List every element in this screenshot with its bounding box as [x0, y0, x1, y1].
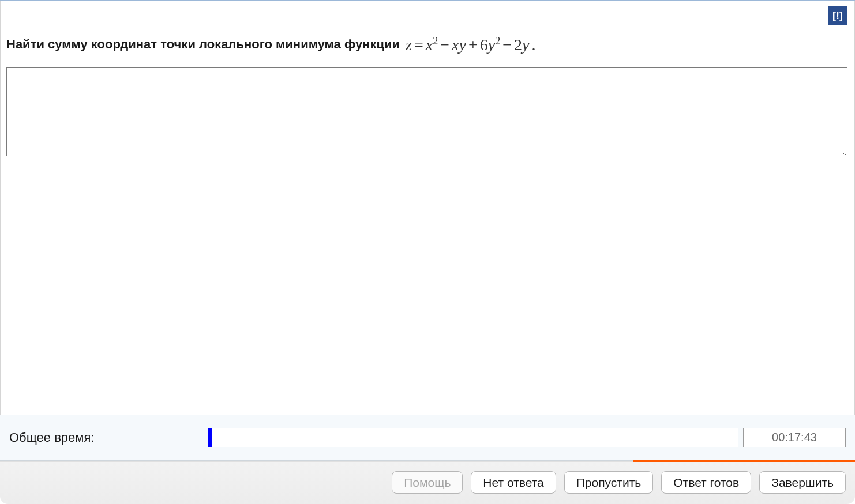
timer-bar: Общее время: 00:17:43	[0, 415, 855, 461]
accent-stripe	[633, 460, 855, 462]
button-row: Помощь Нет ответа Пропустить Ответ готов…	[9, 471, 846, 494]
question-panel: [!] Найти сумму координат точки локально…	[0, 1, 855, 415]
button-bar: Помощь Нет ответа Пропустить Ответ готов…	[0, 461, 855, 504]
no-answer-button[interactable]: Нет ответа	[471, 471, 556, 494]
question-prompt: Найти сумму координат точки локального м…	[6, 36, 400, 54]
timer-progress-track	[208, 428, 738, 447]
answer-input[interactable]	[6, 67, 847, 156]
alert-icon[interactable]: [!]	[828, 6, 847, 25]
question-row: Найти сумму координат точки локального м…	[6, 33, 849, 56]
question-formula: z=x2−xy+6y2−2y.	[406, 33, 538, 56]
alert-icon-label: [!]	[832, 10, 843, 22]
timer-label: Общее время:	[9, 430, 194, 445]
finish-button[interactable]: Завершить	[759, 471, 846, 494]
timer-progress-wrap: 00:17:43	[208, 428, 846, 447]
timer-progress-fill	[208, 428, 212, 447]
timer-readout: 00:17:43	[743, 428, 846, 447]
answer-ready-button[interactable]: Ответ готов	[661, 471, 751, 494]
help-button[interactable]: Помощь	[392, 471, 463, 494]
skip-button[interactable]: Пропустить	[564, 471, 654, 494]
